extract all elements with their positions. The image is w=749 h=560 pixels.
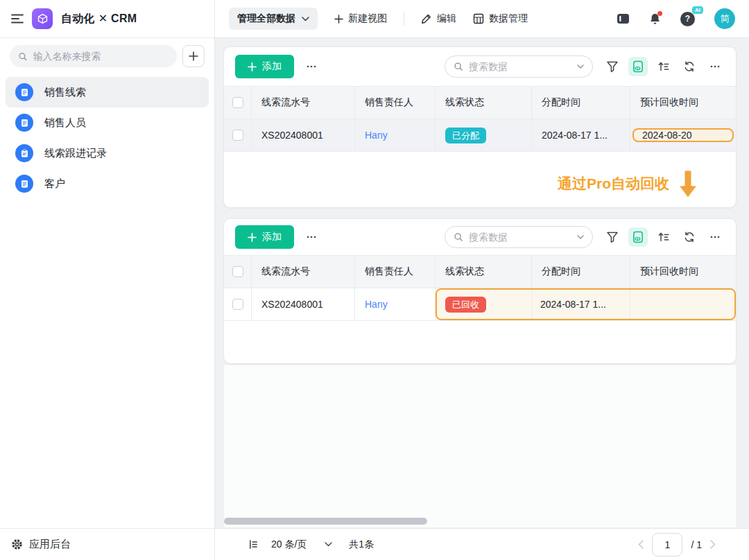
header-cell-checkbox [224,87,252,119]
table-grid-icon [473,13,484,24]
prev-page-icon[interactable] [638,540,644,549]
sort-icon[interactable] [654,57,673,76]
page-number-input[interactable] [652,533,682,557]
add-record-button[interactable]: 添加 [235,225,294,249]
next-page-icon[interactable] [710,540,716,549]
sidebar-item-sales-leads[interactable]: 销售线索 [6,77,209,107]
sidebar-item-list: 销售线索 销售人员 线索跟进记录 客户 [0,77,214,199]
pagination-right: / 1 [638,533,716,557]
table-row[interactable]: XS202408001 Hany 已回收 2024-08-17 1... [224,288,736,321]
data-management-button[interactable]: 数据管理 [473,12,528,25]
plus-icon [248,233,257,242]
owner-link[interactable]: Hany [365,299,388,310]
view-card-after: 添加 [223,218,737,364]
plus-icon [334,15,343,24]
header-cell: 分配时间 [532,87,630,119]
header-cell-checkbox [224,256,252,288]
refresh-icon[interactable] [680,227,699,247]
edit-label: 编辑 [437,12,456,25]
row-cell-recycle-time [630,290,734,319]
add-form-button[interactable] [182,45,205,67]
row-checkbox[interactable] [232,299,243,310]
row-cell-status: 已回收 [437,290,532,319]
table-header-row: 线索流水号 销售责任人 线索状态 分配时间 预计回收时间 [224,87,736,119]
view-switcher-button[interactable]: 管理全部数据 [229,8,318,30]
status-badge: 已分配 [445,128,486,143]
header-cell: 预计回收时间 [630,256,736,288]
divider [404,12,404,26]
more-options-icon[interactable] [705,227,725,247]
highlighted-cell-group: 已回收 2024-08-17 1... [436,288,736,320]
gear-icon [11,539,23,550]
table-search-input[interactable] [469,231,571,243]
row-checkbox[interactable] [232,130,243,141]
row-cell-assign-time: 2024-08-17 1... [532,119,630,151]
add-record-label: 添加 [262,60,282,73]
body: 销售线索 销售人员 线索跟进记录 客户 应用后台 [0,38,749,560]
app-backend-button[interactable]: 应用后台 [0,528,214,560]
header-cell: 分配时间 [532,256,630,288]
card-view-icon[interactable] [628,227,648,247]
row-cell-checkbox [224,288,252,320]
app-title: 自动化 ✕ CRM [61,12,137,26]
table-search-box[interactable] [445,55,593,78]
more-options-icon[interactable] [705,57,725,76]
table-search-input[interactable] [469,61,571,72]
page-size-chevron-icon[interactable] [325,542,332,547]
page-size-value[interactable]: 20 条/页 [271,539,307,551]
add-record-button[interactable]: 添加 [235,55,294,78]
chevron-down-icon[interactable] [577,64,584,69]
table-toolbar: 添加 [224,219,736,255]
sidebar-item-customers[interactable]: 客户 [6,168,209,199]
top-bar-right: ? AI 简 [617,8,735,29]
refresh-icon[interactable] [680,57,699,76]
annotation-text: 通过Pro自动回收 [558,168,669,193]
clipboard-icon [15,144,33,162]
select-all-checkbox[interactable] [232,97,243,108]
header-cell: 线索状态 [436,256,532,288]
sidebar-item-sales-staff[interactable]: 销售人员 [6,107,209,138]
form-icon [15,83,33,101]
row-cell-checkbox [224,119,252,151]
filter-icon[interactable] [603,57,622,76]
edit-button[interactable]: 编辑 [421,12,456,25]
row-cell-owner: Hany [355,119,436,151]
sidebar-search-input[interactable] [33,51,169,62]
side-panel-icon[interactable] [617,13,630,24]
status-badge: 已回收 [445,297,486,313]
sidebar-item-label: 销售线索 [44,86,86,99]
more-actions-icon[interactable] [305,60,318,73]
app-logo-cube-icon [32,8,53,29]
top-bar-left: 自动化 ✕ CRM [0,0,215,37]
owner-link[interactable]: Hany [365,130,388,141]
sort-icon[interactable] [654,227,673,247]
row-cell-owner: Hany [355,288,436,320]
filter-icon[interactable] [603,227,622,247]
notification-bell-icon[interactable] [649,12,661,25]
form-icon [15,114,33,132]
row-highlight-region: 已回收 2024-08-17 1... [436,288,736,320]
collapse-sidebar-icon[interactable] [11,14,24,24]
card-view-icon[interactable] [628,57,648,76]
sidebar-search-box[interactable] [10,45,177,67]
notification-dot [657,11,662,16]
sidebar-item-label: 销售人员 [44,116,86,130]
table-tool-icons [603,227,725,247]
annotation: 通过Pro自动回收 [558,168,700,200]
page-total-label: / 1 [691,539,702,550]
help-icon[interactable]: ? AI [680,12,695,26]
app-backend-label: 应用后台 [29,538,71,551]
header-cell: 线索状态 [436,87,532,119]
row-cell-status: 已分配 [436,119,532,151]
chevron-down-icon[interactable] [577,235,584,239]
avatar[interactable]: 简 [714,8,735,29]
more-actions-icon[interactable] [305,231,318,243]
data-table: 线索流水号 销售责任人 线索状态 分配时间 预计回收时间 XS202408001… [224,86,736,152]
horizontal-scrollbar[interactable] [224,518,427,525]
down-arrow-icon [676,168,700,200]
select-all-checkbox[interactable] [232,266,243,277]
new-view-button[interactable]: 新建视图 [334,12,387,25]
sidebar-item-lead-followup[interactable]: 线索跟进记录 [6,138,209,168]
table-row[interactable]: XS202408001 Hany 已分配 2024-08-17 1... 202… [224,119,736,152]
table-search-box[interactable] [445,226,593,248]
